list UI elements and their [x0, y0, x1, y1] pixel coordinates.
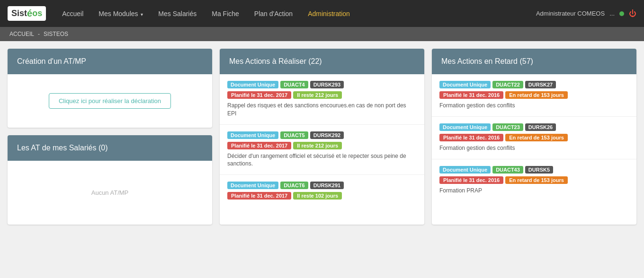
date-planifie-r2: Planifié le 31 dec. 2016	[439, 134, 503, 141]
action-retard-item-2[interactable]: Document Unique DUACT23 DURSK26 Planifié…	[432, 117, 636, 159]
tag-duact4: DUACT4	[280, 81, 308, 88]
action-realiser-tags-2: Document Unique DUACT5 DURSK292	[227, 131, 417, 139]
tag-doc-unique-1: Document Unique	[227, 81, 278, 88]
action-realiser-dates-1: Planifié le 31 dec. 2017 Il reste 212 jo…	[227, 91, 417, 99]
creation-atmp-header: Création d'un AT/MP	[8, 49, 212, 74]
date-planifie-1: Planifié le 31 dec. 2017	[227, 91, 291, 99]
actions-realiser-header: Mes Actions à Réaliser (22)	[220, 49, 424, 74]
user-name: Administrateur COMEOS	[536, 10, 605, 17]
at-salaries-body: Aucun AT/MP	[8, 161, 212, 225]
mes-modules-arrow: ▾	[140, 12, 143, 17]
actions-retard-list: Document Unique DUACT22 DURSK27 Planifié…	[432, 74, 636, 201]
brand-dot: é	[27, 8, 32, 19]
action-desc-1: Rappel des risques et des sanctions enco…	[227, 102, 417, 118]
date-reste-3: Il reste 102 jours	[293, 192, 342, 200]
nav-administration[interactable]: Administration	[301, 6, 357, 21]
breadcrumb: ACCUEIL - SISTEOS	[0, 27, 644, 41]
action-desc-r2: Formation gestion des conflits	[439, 144, 629, 152]
action-retard-tags-1: Document Unique DUACT22 DURSK27	[439, 81, 629, 88]
action-realiser-dates-2: Planifié le 31 dec. 2017 Il reste 212 jo…	[227, 142, 417, 149]
actions-realiser-title: Mes Actions à Réaliser (22)	[229, 57, 322, 65]
action-retard-item-3[interactable]: Document Unique DUACT43 DURSK5 Planifié …	[432, 159, 636, 201]
tag-dursk27: DURSK27	[525, 81, 556, 88]
action-desc-r3: Formation PRAP	[439, 187, 629, 195]
nav-plan-action[interactable]: Plan d'Action	[248, 6, 299, 21]
tag-duact43: DUACT43	[492, 166, 523, 174]
tag-duact5: DUACT5	[280, 131, 308, 139]
action-desc-r1: Formation gestion des conflits	[439, 102, 629, 110]
date-planifie-r1: Planifié le 31 dec. 2016	[439, 91, 503, 99]
nav-links: Accueil Mes Modules ▾ Mes Salariés Ma Fi…	[55, 6, 536, 21]
date-planifie-2: Planifié le 31 dec. 2017	[227, 142, 291, 149]
actions-retard-title: Mes Actions en Retard (57)	[441, 57, 533, 65]
date-retard-r2: En retard de 153 jours	[505, 134, 568, 141]
action-realiser-item-3[interactable]: Document Unique DUACT6 DURSK291 Planifié…	[220, 175, 424, 209]
tag-dursk26: DURSK26	[525, 123, 556, 131]
tag-dursk292: DURSK292	[310, 131, 344, 139]
brand-text-eos: os	[32, 9, 42, 18]
nav-mes-salaries[interactable]: Mes Salariés	[152, 6, 203, 21]
tag-duact22: DUACT22	[492, 81, 523, 88]
at-salaries-header: Les AT de mes Salariés (0)	[8, 135, 212, 161]
nav-ma-fiche[interactable]: Ma Fiche	[205, 6, 246, 21]
action-retard-dates-2: Planifié le 31 dec. 2016 En retard de 15…	[439, 134, 629, 141]
tag-doc-unique-r3: Document Unique	[439, 166, 491, 174]
date-planifie-r3: Planifié le 31 dec. 2016	[439, 176, 503, 184]
actions-retard-header: Mes Actions en Retard (57)	[432, 49, 636, 74]
date-reste-1: Il reste 212 jours	[293, 91, 342, 99]
nav-accueil[interactable]: Accueil	[55, 6, 90, 21]
tag-doc-unique-3: Document Unique	[227, 182, 278, 189]
navbar: Sistéos Accueil Mes Modules ▾ Mes Salari…	[0, 0, 644, 27]
date-retard-r3: En retard de 153 jours	[505, 176, 568, 184]
main-content: Création d'un AT/MP Cliquez ici pour réa…	[0, 41, 644, 232]
at-salaries-title: Les AT de mes Salariés (0)	[17, 144, 108, 152]
action-desc-2: Décider d'un rangement officiel et sécur…	[227, 152, 417, 168]
action-retard-tags-2: Document Unique DUACT23 DURSK26	[439, 123, 629, 131]
action-realiser-item-1[interactable]: Document Unique DUACT4 DURSK293 Planifié…	[220, 74, 424, 125]
at-salaries-card: Les AT de mes Salariés (0) Aucun AT/MP	[8, 135, 212, 225]
tag-doc-unique-r2: Document Unique	[439, 123, 491, 131]
action-realiser-item-2[interactable]: Document Unique DUACT5 DURSK292 Planifié…	[220, 125, 424, 175]
brand-logo[interactable]: Sistéos	[8, 6, 46, 21]
breadcrumb-accueil[interactable]: ACCUEIL	[9, 31, 34, 37]
actions-realiser-card: Mes Actions à Réaliser (22) Document Uni…	[220, 49, 424, 225]
creation-atmp-card: Création d'un AT/MP Cliquez ici pour réa…	[8, 49, 212, 128]
no-atmp-message: Aucun AT/MP	[17, 170, 203, 215]
date-retard-r1: En retard de 153 jours	[505, 91, 568, 99]
tag-dursk293: DURSK293	[310, 81, 344, 88]
navbar-right: Administrateur COMEOS ... ⏻	[536, 9, 636, 18]
online-indicator	[619, 11, 624, 16]
action-retard-item-1[interactable]: Document Unique DUACT22 DURSK27 Planifié…	[432, 74, 636, 117]
tag-dursk5: DURSK5	[525, 166, 553, 174]
creation-atmp-title: Création d'un AT/MP	[17, 57, 86, 65]
action-realiser-tags-1: Document Unique DUACT4 DURSK293	[227, 81, 417, 88]
creation-atmp-body: Cliquez ici pour réaliser la déclaration	[8, 74, 212, 128]
breadcrumb-section: SISTEOS	[44, 31, 68, 37]
actions-realiser-list: Document Unique DUACT4 DURSK293 Planifié…	[220, 74, 424, 209]
brand-text-sist: Sist	[11, 9, 27, 18]
action-realiser-dates-3: Planifié le 31 dec. 2017 Il reste 102 jo…	[227, 192, 417, 200]
tag-doc-unique-r1: Document Unique	[439, 81, 491, 88]
declare-button[interactable]: Cliquez ici pour réaliser la déclaration	[49, 93, 171, 109]
power-button[interactable]: ⏻	[629, 9, 636, 18]
tag-dursk291: DURSK291	[310, 182, 344, 189]
tag-doc-unique-2: Document Unique	[227, 131, 278, 139]
action-retard-tags-3: Document Unique DUACT43 DURSK5	[439, 166, 629, 174]
action-retard-dates-1: Planifié le 31 dec. 2016 En retard de 15…	[439, 91, 629, 99]
user-dots: ...	[609, 10, 615, 17]
breadcrumb-separator: -	[38, 31, 40, 37]
date-reste-2: Il reste 212 jours	[293, 142, 342, 149]
action-retard-dates-3: Planifié le 31 dec. 2016 En retard de 15…	[439, 176, 629, 184]
actions-retard-card: Mes Actions en Retard (57) Document Uniq…	[432, 49, 636, 225]
tag-duact6: DUACT6	[280, 182, 308, 189]
action-realiser-tags-3: Document Unique DUACT6 DURSK291	[227, 182, 417, 189]
nav-mes-modules[interactable]: Mes Modules ▾	[92, 6, 150, 21]
date-planifie-3: Planifié le 31 dec. 2017	[227, 192, 291, 200]
tag-duact23: DUACT23	[492, 123, 523, 131]
left-column: Création d'un AT/MP Cliquez ici pour réa…	[8, 49, 212, 225]
